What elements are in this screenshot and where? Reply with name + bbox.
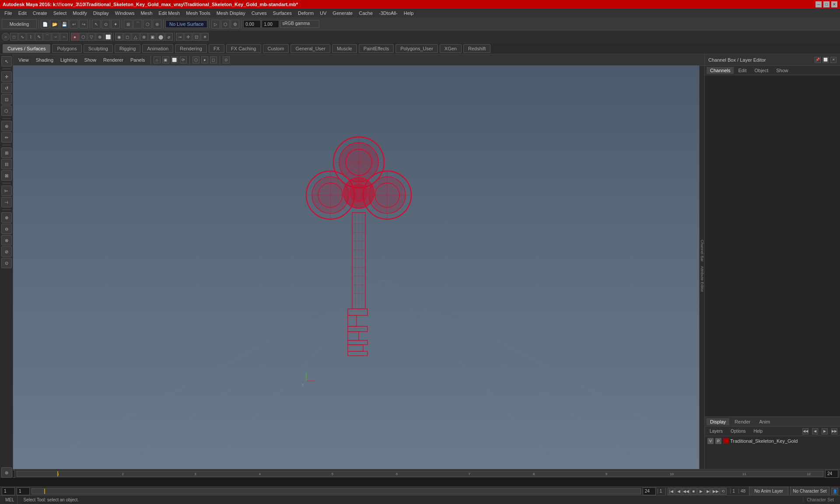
tab-muscle[interactable]: Muscle [332, 44, 357, 53]
rotate-tool-btn[interactable]: ↺ [1, 83, 12, 93]
layer-fwd-icon[interactable]: ▶ [822, 428, 828, 434]
tab-general-user[interactable]: General_User [290, 44, 330, 53]
menu-curves[interactable]: Curves [249, 10, 270, 17]
plane-icon[interactable]: ⬜ [104, 33, 112, 41]
menu-deform[interactable]: Deform [295, 10, 316, 17]
sync-icon[interactable]: ⟳ [180, 56, 187, 63]
playback-range-bar[interactable] [32, 488, 641, 494]
arc-tool-icon[interactable]: ⌒ [43, 33, 51, 41]
cv-curve-icon[interactable]: ⌢ [60, 33, 68, 41]
pencil-curve-icon[interactable]: ✎ [35, 33, 43, 41]
select-tool-btn[interactable]: ↖ [1, 56, 12, 66]
menu-display[interactable]: Display [91, 10, 112, 17]
edit-tab[interactable]: Edit [735, 67, 750, 74]
snap-obj-side-btn[interactable]: ⊟ [1, 159, 12, 169]
snap-view-icon[interactable]: ⊛ [153, 20, 161, 28]
layer-back-icon[interactable]: ◀ [812, 428, 818, 434]
ep-curve-icon[interactable]: ⌇ [27, 33, 35, 41]
channel-box-close-icon[interactable]: ✕ [830, 57, 836, 63]
paint-select-icon[interactable]: ✦ [111, 20, 120, 28]
channel-box-pin-icon[interactable]: 📌 [815, 57, 821, 63]
minimize-button[interactable]: ─ [816, 1, 822, 7]
object-tab[interactable]: Object [751, 67, 772, 74]
undo-icon[interactable]: ↩ [70, 20, 78, 28]
tab-painteffects[interactable]: PaintEffects [359, 44, 394, 53]
help-sub-btn[interactable]: Help [751, 428, 765, 434]
transform-tool-btn[interactable]: ⬡ [1, 105, 12, 116]
tab-custom[interactable]: Custom [263, 44, 289, 53]
poly-plane-icon[interactable]: ▣ [148, 33, 156, 41]
options-sub-btn[interactable]: Options [728, 428, 748, 434]
value2-field[interactable] [262, 20, 279, 28]
workspace-selector[interactable]: Modeling [2, 19, 37, 29]
close-button[interactable]: ✕ [831, 1, 837, 7]
menu-surfaces[interactable]: Surfaces [270, 10, 294, 17]
open-file-icon[interactable]: 📂 [50, 20, 59, 28]
prev-key-btn[interactable]: |◀ [668, 488, 675, 495]
menu-cache[interactable]: Cache [356, 10, 375, 17]
render-settings-icon[interactable]: ⚙ [231, 20, 239, 28]
menu-edit-mesh[interactable]: Edit Mesh [156, 10, 182, 17]
lasso-icon[interactable]: ⊙ [102, 20, 110, 28]
new-file-icon[interactable]: 📄 [41, 20, 49, 28]
paint-btn[interactable]: ✏ [1, 132, 12, 143]
menu-help[interactable]: Help [401, 10, 416, 17]
panels-menu[interactable]: Panels [128, 56, 148, 63]
poly-torus-icon[interactable]: ⊗ [140, 33, 148, 41]
select-icon[interactable]: ↖ [92, 20, 101, 28]
tab-redshift[interactable]: Redshift [463, 44, 490, 53]
channel-box-expand-icon[interactable]: ⬜ [822, 57, 829, 63]
next-key-btn[interactable]: ▶▶ [712, 488, 719, 495]
bottom-side-btn[interactable]: ⊚ [1, 467, 12, 478]
menu-generate[interactable]: Generate [330, 10, 355, 17]
torus-icon[interactable]: ⊕ [96, 33, 104, 41]
value1-field[interactable] [243, 20, 261, 28]
poly-cube-icon[interactable]: ◻ [123, 33, 131, 41]
display-tab[interactable]: Display [707, 418, 729, 425]
bezier-icon[interactable]: ⌣ [52, 33, 60, 41]
tab-sculpting[interactable]: Sculpting [84, 44, 113, 53]
tab-rendering[interactable]: Rendering [175, 44, 207, 53]
prev-frame-btn[interactable]: ◀ [675, 488, 682, 495]
renderer-menu[interactable]: Renderer [101, 56, 126, 63]
poly-sphere-icon[interactable]: ◉ [115, 33, 123, 41]
square-shape-icon[interactable]: □ [10, 33, 18, 41]
show-tab[interactable]: Show [773, 67, 792, 74]
tab-polygons-user[interactable]: Polygons_User [396, 44, 438, 53]
menu-mesh[interactable]: Mesh [138, 10, 155, 17]
joint-icon[interactable]: ⊸ [176, 33, 184, 41]
redo-icon[interactable]: ↪ [79, 20, 88, 28]
misc-btn5[interactable]: ⊙ [1, 258, 12, 268]
time-range-end-field[interactable] [643, 487, 656, 495]
no-live-surface-dropdown[interactable]: No Live Surface [165, 20, 207, 28]
move-tool-btn[interactable]: ✛ [1, 71, 12, 82]
render-layer-btn[interactable]: ⊣ [1, 197, 12, 207]
anim-tab[interactable]: Anim [756, 418, 774, 425]
maximize-button[interactable]: □ [823, 1, 830, 7]
layer-color-swatch[interactable] [723, 438, 728, 444]
play-back-btn[interactable]: ◀◀ [682, 488, 690, 495]
render-icon[interactable]: ▷ [211, 20, 220, 28]
camera-icon[interactable]: ⊡ [192, 33, 200, 41]
channel-bar-tab[interactable]: Channel Bar [700, 238, 705, 263]
snap-cv-side-btn[interactable]: ⊠ [1, 170, 12, 181]
menu-file[interactable]: File [2, 10, 15, 17]
show-menu[interactable]: Show [82, 56, 99, 63]
attr-editor-tab[interactable]: Attribute Editor [700, 264, 705, 294]
misc-btn1[interactable]: ⊕ [1, 212, 12, 223]
frame-all-icon[interactable]: ⬜ [171, 56, 178, 63]
char-set-btn[interactable]: No Character Set [790, 486, 830, 496]
layers-sub-btn[interactable]: Layers [707, 428, 725, 434]
circle-shape-icon[interactable]: ○ [2, 33, 10, 41]
cone-icon[interactable]: ▽ [88, 33, 95, 41]
channels-tab[interactable]: Channels [707, 67, 734, 74]
menu-windows[interactable]: Windows [112, 10, 137, 17]
anim-layer-btn[interactable]: No Anim Layer [749, 486, 788, 496]
play-fwd-btn[interactable]: ▶ [697, 488, 704, 495]
snap-grid-side-btn[interactable]: ⊞ [1, 147, 12, 158]
gamma-dropdown[interactable]: sRGB gamma [280, 20, 319, 28]
tab-xgen[interactable]: XGen [440, 44, 462, 53]
save-file-icon[interactable]: 💾 [60, 20, 69, 28]
menu-mesh-tools[interactable]: Mesh Tools [183, 10, 213, 17]
tab-curves-surfaces[interactable]: Curves / Surfaces [3, 44, 50, 53]
